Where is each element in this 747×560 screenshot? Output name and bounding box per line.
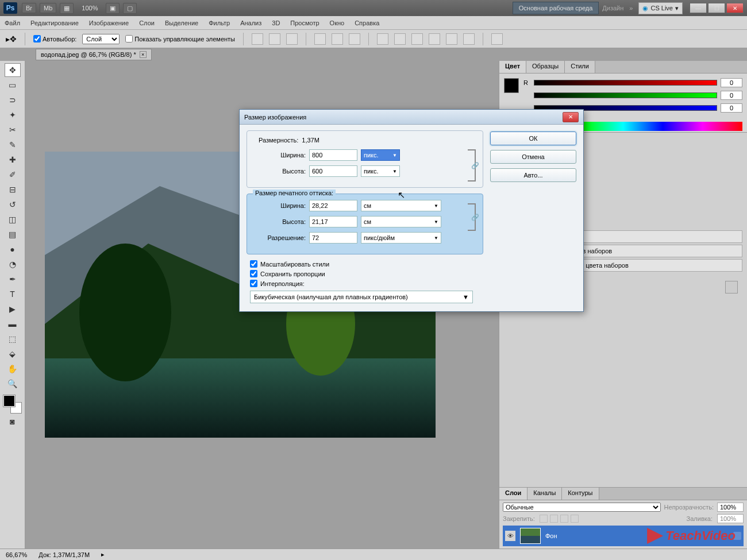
autoselect-target-select[interactable]: Слой bbox=[82, 34, 120, 44]
window-close-button[interactable]: ✕ bbox=[726, 3, 744, 13]
distribute-icon[interactable] bbox=[446, 33, 457, 45]
opacity-value[interactable]: 100% bbox=[717, 503, 744, 512]
resolution-unit-select[interactable]: пикс/дюйм▼ bbox=[361, 232, 441, 244]
menu-analysis[interactable]: Анализ bbox=[240, 20, 261, 26]
status-arrow-icon[interactable]: ▸ bbox=[101, 551, 105, 558]
window-minimize-button[interactable]: — bbox=[690, 3, 707, 13]
color-swatches[interactable] bbox=[3, 395, 22, 414]
stamp-tool[interactable]: ⊟ bbox=[5, 183, 21, 196]
lock-transparency-icon[interactable] bbox=[540, 515, 548, 523]
lock-position-icon[interactable] bbox=[560, 515, 568, 523]
zoom-tool[interactable]: 🔍 bbox=[5, 377, 21, 391]
status-doc[interactable]: Док: 1,37M/1,37M bbox=[38, 551, 90, 558]
visibility-icon[interactable]: 👁 bbox=[505, 531, 515, 541]
distribute-icon[interactable] bbox=[394, 33, 406, 45]
auto-align-icon[interactable] bbox=[491, 33, 503, 45]
panel-icon[interactable] bbox=[725, 281, 738, 293]
tab-styles[interactable]: Стили bbox=[565, 61, 595, 73]
resolution-input[interactable] bbox=[309, 232, 357, 244]
auto-button[interactable]: Авто... bbox=[490, 168, 576, 182]
shape-tool[interactable]: ▬ bbox=[5, 317, 21, 331]
fill-value[interactable]: 100% bbox=[717, 514, 744, 523]
show-controls-checkbox[interactable]: Показать управляющие элементы bbox=[125, 35, 235, 43]
bridge-icon[interactable]: Br bbox=[22, 3, 36, 13]
link-icon[interactable]: 🔗 bbox=[471, 214, 479, 221]
document-tab[interactable]: водопад.jpeg @ 66,7% (RGB/8) * × bbox=[36, 49, 152, 60]
align-icon[interactable] bbox=[286, 33, 298, 45]
tab-paths[interactable]: Контуры bbox=[562, 488, 599, 500]
lasso-tool[interactable]: ⊃ bbox=[5, 93, 21, 107]
width-px-input[interactable] bbox=[309, 149, 357, 161]
hand-tool[interactable]: ✋ bbox=[5, 362, 21, 376]
menu-3d[interactable]: 3D bbox=[272, 20, 280, 26]
menu-view[interactable]: Просмотр bbox=[290, 20, 319, 26]
status-zoom[interactable]: 66,67% bbox=[6, 551, 27, 558]
marquee-tool[interactable]: ▭ bbox=[5, 78, 21, 92]
menu-layer[interactable]: Слои bbox=[139, 20, 155, 26]
cancel-button[interactable]: Отмена bbox=[490, 150, 576, 164]
align-icon[interactable] bbox=[314, 33, 326, 45]
path-tool[interactable]: ▶ bbox=[5, 302, 21, 316]
dodge-tool[interactable]: ◔ bbox=[5, 257, 21, 271]
menu-file[interactable]: Файл bbox=[5, 20, 20, 26]
distribute-icon[interactable] bbox=[411, 33, 423, 45]
width-unit-select[interactable]: пикс.▼ bbox=[361, 149, 400, 161]
menu-help[interactable]: Справка bbox=[355, 20, 379, 26]
distribute-icon[interactable] bbox=[377, 33, 388, 45]
lock-pixels-icon[interactable] bbox=[550, 515, 558, 523]
move-tool[interactable]: ✥ bbox=[5, 63, 21, 77]
menu-edit[interactable]: Редактирование bbox=[30, 20, 79, 26]
align-icon[interactable] bbox=[269, 33, 280, 45]
width-cm-unit-select[interactable]: см▼ bbox=[361, 200, 441, 211]
type-tool[interactable]: T bbox=[5, 287, 21, 301]
tab-layers[interactable]: Слои bbox=[499, 488, 527, 500]
dialog-close-button[interactable]: ✕ bbox=[563, 112, 579, 122]
g-slider[interactable] bbox=[534, 92, 717, 98]
menu-image[interactable]: Изображение bbox=[89, 20, 129, 26]
interpolation-select[interactable]: Бикубическая (наилучшая для плавных град… bbox=[250, 291, 473, 303]
autoselect-checkbox[interactable]: Автовыбор: bbox=[33, 35, 76, 43]
b-value[interactable]: 0 bbox=[721, 103, 742, 113]
cslive-button[interactable]: ◉CS Live▾ bbox=[638, 2, 683, 14]
lock-all-icon[interactable] bbox=[571, 515, 579, 523]
r-value[interactable]: 0 bbox=[721, 78, 742, 87]
color-preview-swatch[interactable] bbox=[504, 78, 519, 93]
window-maximize-button[interactable]: ☐ bbox=[708, 3, 725, 13]
blur-tool[interactable]: ● bbox=[5, 242, 21, 256]
menu-filter[interactable]: Фильтр bbox=[209, 20, 230, 26]
wand-tool[interactable]: ✦ bbox=[5, 108, 21, 122]
distribute-icon[interactable] bbox=[463, 33, 475, 45]
workspace-active-button[interactable]: Основная рабочая среда bbox=[513, 2, 599, 14]
crop-tool[interactable]: ✂ bbox=[5, 123, 21, 137]
tab-color[interactable]: Цвет bbox=[499, 61, 526, 73]
gradient-tool[interactable]: ▤ bbox=[5, 227, 21, 241]
height-unit-select[interactable]: пикс.▼ bbox=[361, 165, 400, 177]
height-cm-unit-select[interactable]: см▼ bbox=[361, 216, 441, 227]
minibridge-icon[interactable]: Mb bbox=[40, 3, 56, 13]
zoom-level[interactable]: 100% bbox=[82, 5, 98, 11]
history-brush-tool[interactable]: ↺ bbox=[5, 198, 21, 211]
fg-color-swatch[interactable] bbox=[3, 395, 15, 407]
tab-swatches[interactable]: Образцы bbox=[526, 61, 565, 73]
align-icon[interactable] bbox=[349, 33, 360, 45]
3d-tool[interactable]: ⬚ bbox=[5, 332, 21, 346]
workspace-more-icon[interactable]: » bbox=[629, 5, 633, 11]
brush-tool[interactable]: ✐ bbox=[5, 168, 21, 181]
pen-tool[interactable]: ✒ bbox=[5, 272, 21, 286]
scale-styles-checkbox[interactable] bbox=[250, 260, 257, 268]
resample-checkbox[interactable] bbox=[250, 280, 257, 287]
g-value[interactable]: 0 bbox=[721, 91, 742, 100]
eyedropper-tool[interactable]: ✎ bbox=[5, 138, 21, 152]
blend-mode-select[interactable]: Обычные bbox=[503, 503, 661, 512]
align-icon[interactable] bbox=[332, 33, 343, 45]
width-cm-input[interactable] bbox=[309, 200, 357, 211]
healing-tool[interactable]: ✚ bbox=[5, 153, 21, 167]
tab-channels[interactable]: Каналы bbox=[527, 488, 562, 500]
view-extras-icon[interactable]: ▦ bbox=[60, 3, 74, 14]
constrain-checkbox[interactable] bbox=[250, 270, 257, 277]
align-icon[interactable] bbox=[252, 33, 263, 45]
height-cm-input[interactable] bbox=[309, 216, 357, 227]
link-icon[interactable]: 🔗 bbox=[471, 162, 479, 169]
menu-window[interactable]: Окно bbox=[330, 20, 345, 26]
r-slider[interactable] bbox=[534, 80, 717, 86]
